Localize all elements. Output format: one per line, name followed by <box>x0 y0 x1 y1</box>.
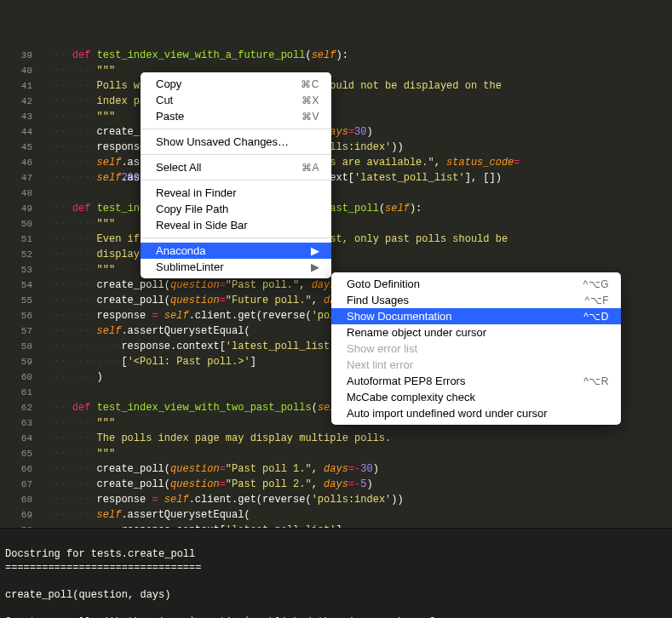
menu-item-label: Reveal in Side Bar <box>156 219 319 232</box>
menu-item-shortcut: ^⌥F <box>565 295 609 306</box>
menu-item-shortcut: ⌘V <box>281 111 319 123</box>
line-number: 43 <box>0 109 32 124</box>
docstring-panel: Docstring for tests.create_poll ========… <box>0 528 672 618</box>
line-number: 65 <box>0 446 32 461</box>
line-number: 44 <box>0 124 32 140</box>
menu-item-label: Paste <box>156 110 281 123</box>
menu-item-label: Copy File Path <box>156 203 319 215</box>
menu-item-paste[interactable]: Paste⌘V <box>141 108 331 124</box>
context-menu[interactable]: Copy⌘CCut⌘XPaste⌘VShow Unsaved Changes…S… <box>141 72 331 278</box>
menu-item-label: McCabe complexity check <box>347 391 609 403</box>
doc-underline: ================================ <box>5 562 201 574</box>
doc-title: Docstring for tests.create_poll <box>5 548 195 560</box>
menu-item-show-error-list: Show error list <box>331 340 621 357</box>
line-number: 56 <box>0 308 32 323</box>
menu-item-sublimelinter[interactable]: SublimeLinter▶ <box>141 259 331 275</box>
menu-item-label: Reveal in Finder <box>156 186 319 199</box>
menu-item-auto-import-undefined-word-under-cursor[interactable]: Auto import undefined word under cursor <box>331 405 621 421</box>
anaconda-submenu[interactable]: Goto Definition^⌥GFind Usages^⌥FShow Doc… <box>331 272 621 425</box>
submenu-arrow-icon: ▶ <box>290 260 319 273</box>
menu-item-shortcut: ⌘A <box>281 162 319 174</box>
line-number: 45 <box>0 140 32 155</box>
menu-item-label: Auto import undefined word under cursor <box>347 407 609 420</box>
code-line[interactable]: ····def test_index_view_with_a_future_po… <box>48 48 672 63</box>
menu-item-goto-definition[interactable]: Goto Definition^⌥G <box>331 276 621 292</box>
code-line[interactable]: ········create_poll(question="Past poll … <box>48 461 672 477</box>
line-number: 54 <box>0 278 32 293</box>
line-number: 55 <box>0 293 32 308</box>
menu-item-label: Show error list <box>347 342 609 355</box>
line-number: 41 <box>0 78 32 94</box>
menu-item-label: Copy <box>156 77 280 90</box>
menu-item-mccabe-complexity-check[interactable]: McCabe complexity check <box>331 389 621 405</box>
line-number: 49 <box>0 201 32 216</box>
menu-item-shortcut: ^⌥D <box>563 311 609 323</box>
line-number: 50 <box>0 216 32 232</box>
code-line[interactable]: ········""" <box>48 446 672 461</box>
line-number: 68 <box>0 492 32 507</box>
line-number: 58 <box>0 339 32 354</box>
code-line[interactable]: ········The polls index page may display… <box>48 431 672 446</box>
line-number: 64 <box>0 431 32 446</box>
menu-item-select-all[interactable]: Select All⌘A <box>141 159 331 175</box>
menu-separator <box>141 154 331 155</box>
menu-separator <box>141 129 331 129</box>
line-number: 46 <box>0 155 32 170</box>
line-number: 52 <box>0 247 32 262</box>
line-number-gutter: 3940414243444546474849505152535455565758… <box>0 48 48 571</box>
line-number: 60 <box>0 369 32 385</box>
menu-item-label: Next lint error <box>347 358 609 371</box>
submenu-arrow-icon: ▶ <box>290 244 319 257</box>
line-number: 59 <box>0 354 32 369</box>
menu-item-label: Show Unsaved Changes… <box>156 135 319 148</box>
menu-item-label: Find Usages <box>347 294 565 306</box>
menu-item-find-usages[interactable]: Find Usages^⌥F <box>331 292 621 308</box>
menu-item-reveal-in-finder[interactable]: Reveal in Finder <box>141 185 331 201</box>
menu-item-rename-object-under-cursor[interactable]: Rename object under cursor <box>331 324 621 340</box>
line-number: 42 <box>0 94 32 109</box>
line-number: 69 <box>0 507 32 523</box>
line-number: 47 <box>0 170 32 186</box>
menu-item-label: SublimeLinter <box>156 260 290 273</box>
line-number: 53 <box>0 262 32 278</box>
menu-item-shortcut: ^⌥G <box>563 278 609 290</box>
line-number: 39 <box>0 48 32 63</box>
menu-item-shortcut: ^⌥R <box>563 375 609 387</box>
doc-signature: create_poll(question, days) <box>5 589 170 601</box>
menu-item-label: Cut <box>156 94 281 106</box>
menu-item-shortcut: ⌘X <box>281 94 319 106</box>
menu-item-show-documentation[interactable]: Show Documentation^⌥D <box>331 308 621 324</box>
menu-item-copy-file-path[interactable]: Copy File Path <box>141 201 331 217</box>
line-number: 61 <box>0 385 32 400</box>
line-number: 67 <box>0 477 32 492</box>
menu-item-next-lint-error: Next lint error <box>331 357 621 373</box>
menu-item-shortcut: ⌘C <box>280 78 319 90</box>
menu-item-label: Select All <box>156 161 281 174</box>
menu-separator <box>141 180 331 180</box>
menu-item-label: Show Documentation <box>347 310 563 323</box>
line-number: 40 <box>0 63 32 78</box>
line-number: 51 <box>0 232 32 247</box>
code-line[interactable]: ········self.assertQuerysetEqual( <box>48 507 672 523</box>
line-number: 63 <box>0 415 32 431</box>
line-number: 66 <box>0 461 32 477</box>
menu-item-show-unsaved-changes[interactable]: Show Unsaved Changes… <box>141 134 331 150</box>
menu-separator <box>141 237 331 238</box>
menu-item-label: Autoformat PEP8 Errors <box>347 375 563 387</box>
line-number: 62 <box>0 400 32 415</box>
code-line[interactable]: ········create_poll(question="Past poll … <box>48 477 672 492</box>
line-number: 57 <box>0 323 32 339</box>
line-number: 48 <box>0 186 32 201</box>
menu-item-copy[interactable]: Copy⌘C <box>141 76 331 92</box>
menu-item-label: Rename object under cursor <box>347 326 609 339</box>
menu-item-reveal-in-side-bar[interactable]: Reveal in Side Bar <box>141 217 331 233</box>
menu-item-label: Goto Definition <box>347 278 563 290</box>
menu-item-label: Anaconda <box>156 244 290 257</box>
menu-item-anaconda[interactable]: Anaconda▶ <box>141 243 331 259</box>
menu-item-cut[interactable]: Cut⌘X <box>141 92 331 108</box>
code-line[interactable]: ········response = self.client.get(rever… <box>48 492 672 507</box>
menu-item-autoformat-pep8-errors[interactable]: Autoformat PEP8 Errors^⌥R <box>331 373 621 389</box>
